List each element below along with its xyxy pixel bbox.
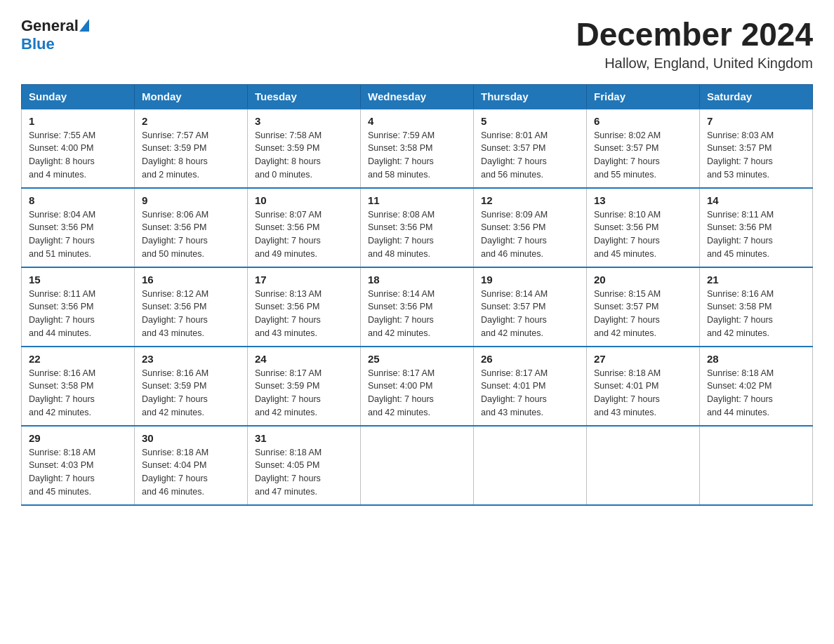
day-number: 10 — [255, 194, 353, 206]
day-number: 29 — [29, 432, 127, 444]
day-number: 31 — [255, 432, 353, 444]
day-cell-23: 23Sunrise: 8:16 AMSunset: 3:59 PMDayligh… — [135, 347, 248, 426]
day-cell-10: 10Sunrise: 8:07 AMSunset: 3:56 PMDayligh… — [248, 188, 361, 267]
day-info: Sunrise: 7:59 AMSunset: 3:58 PMDaylight:… — [368, 129, 466, 182]
day-cell-17: 17Sunrise: 8:13 AMSunset: 3:56 PMDayligh… — [248, 267, 361, 347]
day-info: Sunrise: 8:18 AMSunset: 4:05 PMDaylight:… — [255, 446, 353, 499]
day-cell-12: 12Sunrise: 8:09 AMSunset: 3:56 PMDayligh… — [474, 188, 587, 267]
day-number: 28 — [707, 353, 805, 365]
title-area: December 2024 Hallow, England, United Ki… — [576, 17, 813, 72]
day-cell-14: 14Sunrise: 8:11 AMSunset: 3:56 PMDayligh… — [700, 188, 813, 267]
day-cell-11: 11Sunrise: 8:08 AMSunset: 3:56 PMDayligh… — [361, 188, 474, 267]
day-cell-24: 24Sunrise: 8:17 AMSunset: 3:59 PMDayligh… — [248, 347, 361, 426]
day-number: 20 — [594, 274, 692, 286]
day-number: 18 — [368, 274, 466, 286]
day-info: Sunrise: 8:17 AMSunset: 4:00 PMDaylight:… — [368, 367, 466, 420]
calendar-header-row: SundayMondayTuesdayWednesdayThursdayFrid… — [22, 84, 813, 109]
day-cell-15: 15Sunrise: 8:11 AMSunset: 3:56 PMDayligh… — [22, 267, 135, 347]
day-info: Sunrise: 7:57 AMSunset: 3:59 PMDaylight:… — [142, 129, 240, 182]
col-header-saturday: Saturday — [700, 84, 813, 109]
day-cell-27: 27Sunrise: 8:18 AMSunset: 4:01 PMDayligh… — [587, 347, 700, 426]
day-cell-2: 2Sunrise: 7:57 AMSunset: 3:59 PMDaylight… — [135, 109, 248, 188]
day-info: Sunrise: 8:16 AMSunset: 3:59 PMDaylight:… — [142, 367, 240, 420]
day-info: Sunrise: 8:03 AMSunset: 3:57 PMDaylight:… — [707, 129, 805, 182]
day-number: 27 — [594, 353, 692, 365]
col-header-friday: Friday — [587, 84, 700, 109]
day-number: 21 — [707, 274, 805, 286]
day-number: 13 — [594, 194, 692, 206]
col-header-sunday: Sunday — [22, 84, 135, 109]
day-info: Sunrise: 8:09 AMSunset: 3:56 PMDaylight:… — [481, 208, 579, 261]
week-row-4: 22Sunrise: 8:16 AMSunset: 3:58 PMDayligh… — [22, 347, 813, 426]
day-number: 5 — [481, 115, 579, 127]
day-cell-29: 29Sunrise: 8:18 AMSunset: 4:03 PMDayligh… — [22, 426, 135, 505]
day-number: 19 — [481, 274, 579, 286]
day-cell-4: 4Sunrise: 7:59 AMSunset: 3:58 PMDaylight… — [361, 109, 474, 188]
day-info: Sunrise: 8:11 AMSunset: 3:56 PMDaylight:… — [29, 288, 127, 340]
week-row-5: 29Sunrise: 8:18 AMSunset: 4:03 PMDayligh… — [22, 426, 813, 505]
day-number: 7 — [707, 115, 805, 127]
day-number: 15 — [29, 274, 127, 286]
day-info: Sunrise: 8:02 AMSunset: 3:57 PMDaylight:… — [594, 129, 692, 182]
col-header-wednesday: Wednesday — [361, 84, 474, 109]
day-cell-13: 13Sunrise: 8:10 AMSunset: 3:56 PMDayligh… — [587, 188, 700, 267]
empty-cell — [474, 426, 587, 505]
header: General Blue December 2024 Hallow, Engla… — [21, 17, 813, 72]
calendar-title: December 2024 — [576, 17, 813, 53]
col-header-tuesday: Tuesday — [248, 84, 361, 109]
day-info: Sunrise: 8:18 AMSunset: 4:01 PMDaylight:… — [594, 367, 692, 420]
day-info: Sunrise: 8:11 AMSunset: 3:56 PMDaylight:… — [707, 208, 805, 261]
day-info: Sunrise: 8:18 AMSunset: 4:02 PMDaylight:… — [707, 367, 805, 420]
day-info: Sunrise: 8:04 AMSunset: 3:56 PMDaylight:… — [29, 208, 127, 261]
day-number: 25 — [368, 353, 466, 365]
day-cell-3: 3Sunrise: 7:58 AMSunset: 3:59 PMDaylight… — [248, 109, 361, 188]
day-info: Sunrise: 8:16 AMSunset: 3:58 PMDaylight:… — [29, 367, 127, 420]
empty-cell — [700, 426, 813, 505]
day-cell-28: 28Sunrise: 8:18 AMSunset: 4:02 PMDayligh… — [700, 347, 813, 426]
day-number: 16 — [142, 274, 240, 286]
day-info: Sunrise: 8:10 AMSunset: 3:56 PMDaylight:… — [594, 208, 692, 261]
week-row-3: 15Sunrise: 8:11 AMSunset: 3:56 PMDayligh… — [22, 267, 813, 347]
week-row-2: 8Sunrise: 8:04 AMSunset: 3:56 PMDaylight… — [22, 188, 813, 267]
day-number: 12 — [481, 194, 579, 206]
col-header-thursday: Thursday — [474, 84, 587, 109]
day-info: Sunrise: 7:55 AMSunset: 4:00 PMDaylight:… — [29, 129, 127, 182]
day-cell-9: 9Sunrise: 8:06 AMSunset: 3:56 PMDaylight… — [135, 188, 248, 267]
day-cell-6: 6Sunrise: 8:02 AMSunset: 3:57 PMDaylight… — [587, 109, 700, 188]
day-info: Sunrise: 8:18 AMSunset: 4:04 PMDaylight:… — [142, 446, 240, 499]
day-info: Sunrise: 8:16 AMSunset: 3:58 PMDaylight:… — [707, 288, 805, 340]
day-info: Sunrise: 8:17 AMSunset: 3:59 PMDaylight:… — [255, 367, 353, 420]
day-number: 4 — [368, 115, 466, 127]
day-number: 14 — [707, 194, 805, 206]
day-number: 23 — [142, 353, 240, 365]
day-cell-25: 25Sunrise: 8:17 AMSunset: 4:00 PMDayligh… — [361, 347, 474, 426]
day-number: 6 — [594, 115, 692, 127]
day-number: 22 — [29, 353, 127, 365]
logo-general: General — [21, 17, 79, 35]
empty-cell — [361, 426, 474, 505]
logo-blue: Blue — [21, 35, 55, 53]
day-info: Sunrise: 8:18 AMSunset: 4:03 PMDaylight:… — [29, 446, 127, 499]
page: General Blue December 2024 Hallow, Engla… — [0, 0, 834, 523]
day-info: Sunrise: 7:58 AMSunset: 3:59 PMDaylight:… — [255, 129, 353, 182]
day-info: Sunrise: 8:01 AMSunset: 3:57 PMDaylight:… — [481, 129, 579, 182]
day-number: 30 — [142, 432, 240, 444]
day-cell-21: 21Sunrise: 8:16 AMSunset: 3:58 PMDayligh… — [700, 267, 813, 347]
day-number: 9 — [142, 194, 240, 206]
day-number: 17 — [255, 274, 353, 286]
day-info: Sunrise: 8:06 AMSunset: 3:56 PMDaylight:… — [142, 208, 240, 261]
day-cell-5: 5Sunrise: 8:01 AMSunset: 3:57 PMDaylight… — [474, 109, 587, 188]
day-cell-7: 7Sunrise: 8:03 AMSunset: 3:57 PMDaylight… — [700, 109, 813, 188]
day-cell-20: 20Sunrise: 8:15 AMSunset: 3:57 PMDayligh… — [587, 267, 700, 347]
day-cell-26: 26Sunrise: 8:17 AMSunset: 4:01 PMDayligh… — [474, 347, 587, 426]
col-header-monday: Monday — [135, 84, 248, 109]
day-number: 1 — [29, 115, 127, 127]
day-info: Sunrise: 8:15 AMSunset: 3:57 PMDaylight:… — [594, 288, 692, 340]
day-number: 2 — [142, 115, 240, 127]
day-cell-18: 18Sunrise: 8:14 AMSunset: 3:56 PMDayligh… — [361, 267, 474, 347]
day-cell-30: 30Sunrise: 8:18 AMSunset: 4:04 PMDayligh… — [135, 426, 248, 505]
day-info: Sunrise: 8:07 AMSunset: 3:56 PMDaylight:… — [255, 208, 353, 261]
day-cell-19: 19Sunrise: 8:14 AMSunset: 3:57 PMDayligh… — [474, 267, 587, 347]
empty-cell — [587, 426, 700, 505]
day-info: Sunrise: 8:14 AMSunset: 3:57 PMDaylight:… — [481, 288, 579, 340]
